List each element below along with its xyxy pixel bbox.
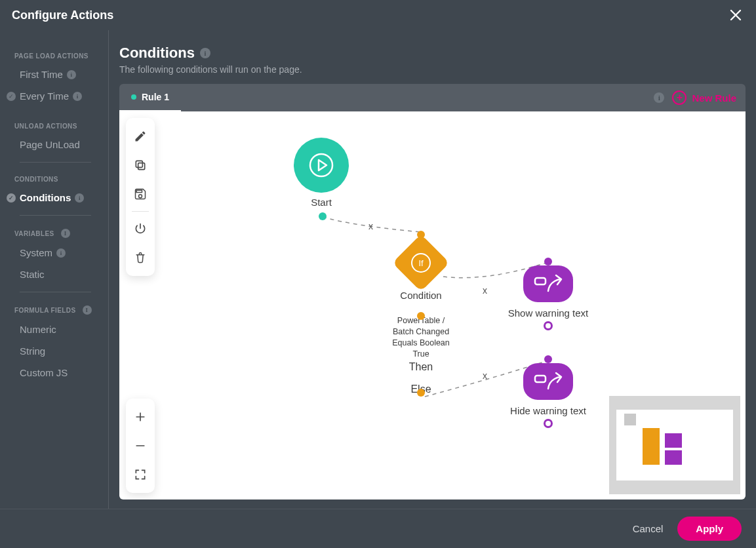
node-label: Start <box>294 197 349 208</box>
sidebar-item-label: Custom JS <box>20 367 68 378</box>
dialog-footer: Cancel Apply <box>0 509 756 548</box>
new-rule-button[interactable]: + New Rule <box>672 90 736 105</box>
sidebar-divider <box>20 292 91 292</box>
check-icon: ✓ <box>7 92 16 101</box>
node-port[interactable] <box>544 419 553 428</box>
sidebar-section-unload: UNLOAD ACTIONS <box>0 116 108 134</box>
action-node-show-warning[interactable]: Show warning text <box>483 258 614 330</box>
sidebar-item-customjs[interactable]: Custom JS <box>0 362 108 383</box>
check-icon: ✓ <box>7 193 16 203</box>
sidebar-section-variables: VARIABLES i <box>0 222 108 242</box>
status-dot-icon <box>131 94 136 100</box>
rules-canvas[interactable]: x x x Start <box>119 111 746 499</box>
sidebar: PAGE LOAD ACTIONS First Time i ✓ Every T… <box>0 30 109 509</box>
sidebar-item-every-time[interactable]: ✓ Every Time i <box>0 85 108 107</box>
sidebar-item-static[interactable]: Static <box>0 264 108 285</box>
svg-rect-3 <box>535 278 546 284</box>
close-icon[interactable] <box>727 7 744 24</box>
sidebar-section-formula: FORMULA FIELDS i <box>0 299 108 319</box>
node-label: Condition <box>372 290 469 301</box>
sidebar-item-page-unload[interactable]: Page UnLoad <box>0 134 108 155</box>
svg-rect-4 <box>535 376 546 382</box>
sidebar-item-label: Numeric <box>20 324 56 335</box>
action-node-hide-warning[interactable]: Hide warning text <box>483 355 614 428</box>
sidebar-item-label: First Time <box>20 69 63 80</box>
info-icon[interactable]: i <box>654 92 664 103</box>
play-icon <box>294 138 349 193</box>
info-icon: i <box>56 248 66 258</box>
page-title: Conditions i <box>119 45 210 62</box>
sidebar-item-label: Static <box>20 269 45 280</box>
info-icon: i <box>61 229 70 238</box>
apply-button[interactable]: Apply <box>677 517 742 541</box>
sidebar-section-conditions: CONDITIONS <box>0 169 108 187</box>
sidebar-item-numeric[interactable]: Numeric <box>0 319 108 340</box>
condition-diamond-icon: If <box>392 234 450 292</box>
new-rule-label: New Rule <box>692 92 736 104</box>
tab-label: Rule 1 <box>142 92 169 102</box>
cancel-button[interactable]: Cancel <box>633 523 664 534</box>
action-icon <box>523 363 573 400</box>
sidebar-item-conditions[interactable]: ✓ Conditions i <box>0 187 108 208</box>
node-port[interactable] <box>319 212 327 220</box>
flow-layer: x x x Start <box>119 111 746 499</box>
sidebar-divider <box>20 215 91 216</box>
sidebar-item-label: System <box>20 247 52 258</box>
sidebar-item-system[interactable]: System i <box>0 242 108 264</box>
info-icon: i <box>75 193 84 203</box>
rule-tabstrip: Rule 1 i + New Rule <box>119 84 746 111</box>
node-port[interactable] <box>417 312 425 320</box>
sidebar-item-label: Page UnLoad <box>20 139 80 150</box>
sidebar-item-label: String <box>20 345 45 357</box>
sidebar-section-page-load: PAGE LOAD ACTIONS <box>0 46 108 64</box>
plus-icon: + <box>672 90 686 105</box>
condition-expression: PowerTable / Batch Changed Equals Boolea… <box>372 315 469 360</box>
sidebar-item-label: Conditions <box>20 192 71 203</box>
edge-delete-icon: x <box>368 221 373 231</box>
sidebar-item-string[interactable]: String <box>0 340 108 362</box>
node-port[interactable] <box>544 355 552 363</box>
info-icon: i <box>83 305 92 315</box>
node-label: Show warning text <box>483 307 614 319</box>
svg-point-2 <box>310 154 332 176</box>
node-port[interactable] <box>544 258 552 265</box>
condition-node[interactable]: If Condition PowerTable / Batch Changed … <box>372 243 469 395</box>
tab-rule-1[interactable]: Rule 1 <box>119 84 181 111</box>
action-icon <box>523 265 573 302</box>
sidebar-item-label: Every Time <box>20 90 69 102</box>
node-port[interactable] <box>417 389 425 397</box>
info-icon: i <box>67 70 76 79</box>
info-icon: i <box>73 92 82 101</box>
node-port[interactable] <box>544 321 553 330</box>
titlebar: Configure Actions <box>0 0 756 30</box>
then-label: Then <box>372 361 469 373</box>
content-header: Conditions i The following conditions wi… <box>119 45 746 75</box>
content-pane: Conditions i The following conditions wi… <box>109 30 756 509</box>
start-node[interactable]: Start <box>294 138 349 208</box>
node-label: Hide warning text <box>483 405 614 416</box>
page-subtitle: The following conditions will run on the… <box>119 64 746 75</box>
main-area: PAGE LOAD ACTIONS First Time i ✓ Every T… <box>0 30 756 509</box>
if-glyph: If <box>411 253 431 273</box>
info-icon[interactable]: i <box>200 48 210 58</box>
sidebar-item-first-time[interactable]: First Time i <box>0 64 108 85</box>
sidebar-divider <box>20 162 91 163</box>
modal-title: Configure Actions <box>12 9 113 22</box>
